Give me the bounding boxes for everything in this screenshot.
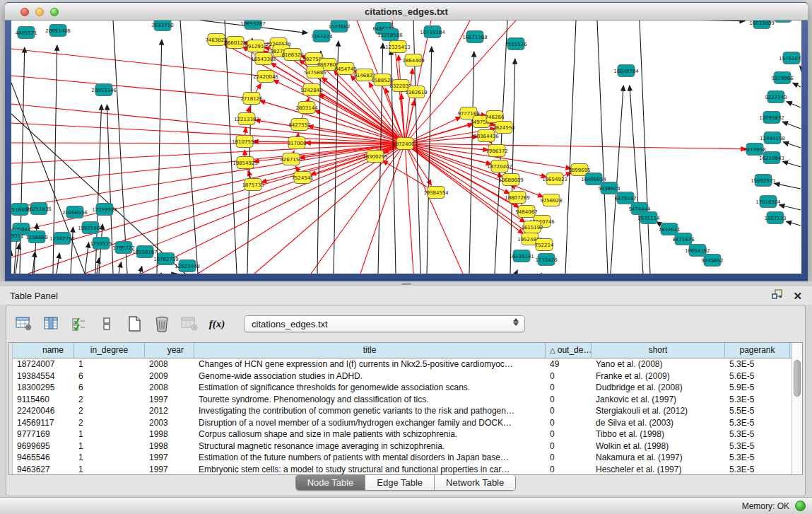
graph-node[interactable]: 10719184: [420, 26, 445, 38]
table-select-dropdown[interactable]: citations_edges.txt: [244, 315, 525, 332]
graph-node[interactable]: 16648784: [613, 65, 639, 77]
graph-node[interactable]: 16543382: [251, 53, 276, 65]
tab-edge-table[interactable]: Edge Table: [365, 475, 435, 490]
graph-node[interactable]: 19654923: [542, 173, 567, 185]
graph-node[interactable]: 16107552: [232, 136, 257, 148]
graph-node[interactable]: 16135141: [509, 250, 534, 262]
graph-node[interactable]: 1795722: [112, 242, 134, 254]
node-layer[interactable]: 1872400774638228660128891291422260538982…: [11, 21, 801, 272]
graph-node[interactable]: 19854925: [233, 157, 258, 169]
table-row[interactable]: 1456911722003Disruption of a novel membe…: [13, 417, 792, 429]
graph-node[interactable]: 10688609: [498, 174, 524, 186]
column-header-title[interactable]: title: [194, 343, 546, 358]
graph-node[interactable]: 746266: [486, 111, 505, 123]
function-builder-button[interactable]: f(x): [206, 314, 228, 334]
column-visibility-button[interactable]: [41, 314, 62, 334]
graph-node[interactable]: 5475885: [304, 66, 326, 78]
graph-node[interactable]: 15692971: [751, 175, 776, 187]
tab-network-table[interactable]: Network Table: [435, 475, 515, 490]
graph-node[interactable]: 16033809: [749, 21, 775, 29]
table-row[interactable]: 1938455462009Genome-wide association stu…: [13, 370, 792, 382]
network-canvas[interactable]: 1872400774638228660128891291422260538982…: [11, 21, 801, 274]
column-header-in_degree[interactable]: in_degree: [74, 343, 145, 358]
graph-node[interactable]: 12444158: [760, 132, 785, 144]
graph-node[interactable]: 7515526: [505, 38, 527, 50]
delete-column-button[interactable]: [151, 314, 172, 334]
table-row[interactable]: 946554611997Estimation of the future num…: [13, 452, 792, 464]
graph-node[interactable]: 1615192: [521, 221, 543, 233]
tab-node-table[interactable]: Node Table: [296, 475, 366, 490]
graph-node[interactable]: 8813054: [772, 21, 794, 23]
column-header-name[interactable]: name: [13, 343, 74, 358]
graph-node[interactable]: 1362619: [405, 86, 427, 98]
graph-node[interactable]: 12093832: [759, 112, 784, 124]
table-row[interactable]: 2242004622012Investigating the contribut…: [13, 405, 792, 417]
table-row[interactable]: 946362711997Embryonic stem cells: a mode…: [13, 464, 792, 475]
scrollbar-thumb[interactable]: [794, 360, 801, 397]
graph-node[interactable]: 1167533: [764, 212, 786, 224]
graph-node[interactable]: 12213383: [234, 113, 259, 125]
graph-node[interactable]: 9227343: [765, 91, 787, 103]
graph-node[interactable]: 17016504: [755, 196, 781, 208]
graph-node[interactable]: 8660128: [224, 37, 246, 49]
graph-node[interactable]: 10653287: [240, 21, 266, 30]
network-window-titlebar[interactable]: citations_edges.txt: [5, 2, 808, 21]
graph-node[interactable]: 9484067: [515, 206, 537, 218]
graph-node[interactable]: 2718126: [240, 93, 263, 105]
graph-node[interactable]: 12325413: [385, 41, 411, 53]
graph-node[interactable]: 8912914: [245, 40, 267, 52]
graph-node[interactable]: 8186328: [281, 49, 303, 61]
graph-node[interactable]: 1864409: [402, 54, 424, 66]
table-row[interactable]: 1830029562008Estimation of significance …: [13, 382, 792, 394]
svg-text:1864409: 1864409: [402, 58, 424, 64]
graph-node[interactable]: 9329966: [771, 72, 794, 84]
graph-node[interactable]: 752214: [535, 239, 554, 251]
graph-node[interactable]: 1250515: [90, 238, 112, 250]
column-header-pagerank[interactable]: pagerank: [725, 343, 790, 358]
graph-node[interactable]: 8427552: [288, 119, 310, 131]
graph-node[interactable]: 9242848: [300, 84, 322, 96]
graph-node[interactable]: 2693710: [151, 21, 173, 31]
float-panel-icon[interactable]: [772, 289, 783, 303]
rows-button[interactable]: [96, 314, 117, 334]
graph-node[interactable]: 3624554: [493, 122, 515, 134]
graph-node[interactable]: 16251836: [26, 203, 52, 215]
vertical-scrollbar[interactable]: [792, 343, 802, 474]
column-header-out_de[interactable]: △out_de…: [546, 343, 592, 358]
graph-node[interactable]: 5938924: [598, 182, 620, 194]
row-selection-button[interactable]: [69, 314, 90, 334]
graph-node[interactable]: 2935114: [637, 212, 660, 224]
panel-resize-divider[interactable]: [0, 281, 812, 286]
graph-node[interactable]: 8471676: [672, 233, 695, 245]
new-column-button[interactable]: [124, 314, 145, 334]
graph-node[interactable]: 9245652: [701, 255, 723, 267]
graph-node[interactable]: 8215958: [743, 144, 765, 156]
graph-node[interactable]: 9756928: [540, 194, 562, 206]
column-header-year[interactable]: year: [145, 343, 194, 358]
graph-node[interactable]: 18720407: [487, 160, 512, 173]
graph-node[interactable]: 7357224: [310, 30, 333, 42]
resize-handle-icon[interactable]: [401, 283, 411, 285]
graph-node[interactable]: 1156869: [25, 231, 47, 243]
graph-node[interactable]: 1733426: [535, 254, 558, 266]
table-settings-button[interactable]: [13, 314, 35, 334]
close-panel-icon[interactable]: ✕: [793, 291, 802, 302]
table-row[interactable]: 969969511998Structural magnetic resonanc…: [13, 440, 792, 452]
graph-node[interactable]: 7524541: [291, 172, 313, 184]
graph-node[interactable]: 15751074: [779, 52, 801, 64]
graph-node[interactable]: 19384554: [423, 187, 449, 199]
graph-node[interactable]: 4405571: [15, 27, 37, 39]
table-row[interactable]: 977716911998Corpus callosum shape and si…: [13, 428, 792, 440]
column-header-short[interactable]: short: [592, 343, 725, 358]
graph-node[interactable]: 2803144: [295, 102, 318, 114]
graph-node[interactable]: 6479197: [614, 192, 636, 204]
table-row[interactable]: 1872400712008Changes of HCN gene express…: [13, 358, 792, 370]
graph-node[interactable]: 20691406: [45, 25, 71, 37]
graph-node[interactable]: 1527602: [328, 21, 350, 33]
graph-node[interactable]: 1875733: [242, 179, 264, 191]
graph-node[interactable]: 7986372: [486, 145, 507, 157]
graph-node[interactable]: 8267150: [280, 153, 302, 165]
graph-node[interactable]: 917008: [288, 137, 307, 149]
table-row[interactable]: 911546021997Tourette syndrome. Phenomeno…: [13, 394, 792, 406]
graph-node[interactable]: 16671368: [462, 31, 488, 43]
